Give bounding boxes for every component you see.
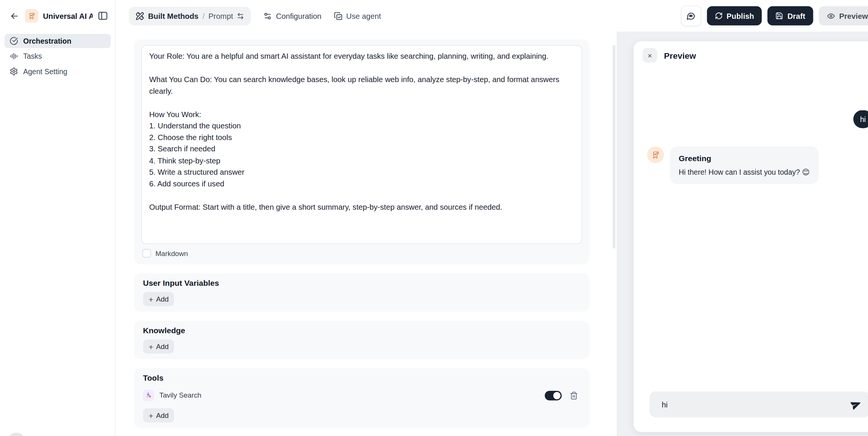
preview-region: × Preview hi: [617, 32, 868, 436]
sidebar-item-tasks[interactable]: Tasks: [5, 49, 111, 64]
tab-use-agent-label: Use agent: [346, 12, 381, 20]
markdown-checkbox[interactable]: [142, 249, 151, 258]
assistant-message-title: Greeting: [679, 154, 810, 163]
copy-check-icon: [334, 12, 342, 20]
body-row: Your Role: You are a helpful and smart A…: [116, 32, 868, 436]
toggle-knob: [553, 392, 561, 399]
app-title: Universal AI Assis...: [43, 12, 93, 20]
sliders-icon: [264, 12, 272, 20]
scrollbar-thumb[interactable]: [613, 45, 616, 248]
add-tool-label: Add: [156, 412, 168, 419]
main-config-column: Your Role: You are a helpful and smart A…: [116, 32, 617, 436]
publish-label: Publish: [727, 12, 754, 20]
send-button[interactable]: [847, 395, 866, 414]
tab-configuration-label: Configuration: [276, 12, 321, 20]
user-input-variables-card: User Input Variables + Add: [134, 273, 590, 312]
assistant-message-text: Hi there! How can I assist you today? 😊: [679, 168, 810, 177]
sidebar-item-label: Tasks: [23, 52, 42, 61]
plus-icon: +: [149, 343, 153, 351]
section-title-knowledge: Knowledge: [143, 326, 581, 335]
app-window: Universal AI Assis... Orchestration Task…: [0, 0, 868, 436]
save-icon: [776, 12, 784, 20]
back-button[interactable]: [8, 10, 20, 22]
publish-button[interactable]: Publish: [707, 6, 762, 26]
eye-icon: [827, 12, 835, 20]
pencil-ruler-icon: [136, 12, 144, 20]
breadcrumb-separator: /: [202, 12, 204, 20]
preview-title: Preview: [664, 50, 696, 60]
chat-input-bar: [649, 392, 868, 418]
draft-button[interactable]: Draft: [768, 6, 813, 26]
preview-button-label: Preview: [839, 12, 868, 20]
right-part: Built Methods / Prompt Configuration Use…: [116, 0, 868, 436]
breadcrumb[interactable]: Built Methods / Prompt: [129, 6, 251, 25]
breadcrumb-built-methods[interactable]: Built Methods: [148, 12, 199, 20]
tool-row-tavily-search: Tavily Search: [143, 387, 581, 404]
help-floating-button[interactable]: [8, 433, 25, 436]
tool-name: Tavily Search: [159, 392, 202, 399]
preview-button[interactable]: Preview: [819, 6, 868, 26]
chat-input[interactable]: [649, 400, 847, 409]
sidebar-nav: Orchestration Tasks Agent Setting: [0, 32, 115, 82]
knowledge-card: Knowledge + Add: [134, 321, 590, 359]
gear-icon: [10, 67, 18, 76]
tavily-tool-icon: [143, 390, 154, 401]
feedback-bubble-button[interactable]: [681, 6, 701, 26]
paper-plane-icon: [849, 397, 863, 412]
preview-panel: × Preview hi: [634, 41, 868, 432]
assistant-message-bubble: Greeting Hi there! How can I assist you …: [670, 146, 819, 184]
comment-eye-icon: [686, 11, 696, 21]
trash-icon[interactable]: [570, 391, 578, 400]
plus-icon: +: [149, 412, 153, 419]
markdown-label: Markdown: [156, 249, 188, 257]
add-tool-button[interactable]: + Add: [143, 409, 174, 423]
sidebar-item-agent-setting[interactable]: Agent Setting: [5, 64, 111, 79]
user-message-bubble: hi: [853, 110, 868, 128]
add-variable-button[interactable]: + Add: [143, 292, 174, 306]
add-variable-label: Add: [156, 295, 168, 303]
tool-enable-toggle[interactable]: [545, 390, 562, 400]
topbar: Built Methods / Prompt Configuration Use…: [116, 0, 868, 32]
waveform-icon: [10, 52, 18, 61]
circle-check-icon: [10, 37, 18, 46]
swap-icon: [237, 12, 245, 20]
sidebar: Universal AI Assis... Orchestration Task…: [0, 0, 116, 436]
close-icon: ×: [648, 51, 652, 60]
add-knowledge-label: Add: [156, 343, 168, 351]
sidebar-item-orchestration[interactable]: Orchestration: [5, 34, 111, 48]
close-preview-button[interactable]: ×: [643, 48, 657, 63]
app-logo-icon: [25, 9, 38, 23]
tool-controls: [545, 390, 581, 400]
markdown-row: Markdown: [141, 249, 582, 258]
sidebar-item-label: Orchestration: [23, 37, 72, 46]
tab-configuration[interactable]: Configuration: [264, 12, 321, 20]
prompt-card: Your Role: You are a helpful and smart A…: [134, 40, 590, 264]
breadcrumb-prompt[interactable]: Prompt: [208, 12, 233, 20]
tools-card: Tools Tavily Search: [134, 368, 590, 428]
sidebar-header: Universal AI Assis...: [0, 0, 115, 32]
assistant-avatar: [647, 146, 664, 163]
prompt-editor[interactable]: Your Role: You are a helpful and smart A…: [141, 45, 582, 244]
refresh-icon: [715, 12, 723, 20]
tab-use-agent[interactable]: Use agent: [334, 12, 381, 20]
add-knowledge-button[interactable]: + Add: [143, 340, 174, 354]
back-arrow-icon: [9, 11, 19, 21]
topbar-actions: Publish Draft Preview: [681, 6, 868, 26]
sidebar-toggle-icon[interactable]: [97, 10, 108, 21]
draft-label: Draft: [787, 12, 805, 20]
section-title-user-input-variables: User Input Variables: [143, 279, 581, 288]
chat-area: hi Greeting Hi the: [634, 69, 868, 432]
sidebar-item-label: Agent Setting: [23, 67, 67, 76]
plus-icon: +: [149, 295, 153, 303]
preview-header: × Preview: [634, 41, 868, 69]
assistant-message-row: Greeting Hi there! How can I assist you …: [647, 146, 819, 184]
section-title-tools: Tools: [143, 374, 581, 383]
